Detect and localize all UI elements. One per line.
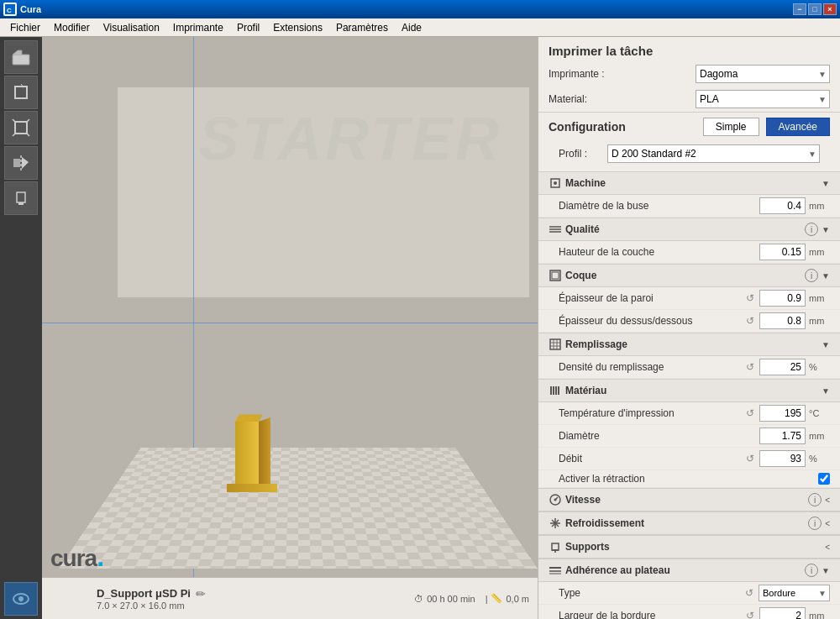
- svg-rect-15: [550, 339, 560, 349]
- open-file-btn[interactable]: [4, 40, 38, 74]
- scale-btn[interactable]: [4, 111, 38, 144]
- quality-section-header[interactable]: Qualité i ▼: [538, 218, 840, 241]
- floor-grid: [59, 448, 538, 569]
- material-select-wrapper: PLA ▼: [696, 90, 830, 108]
- supports-chevron: <: [825, 543, 830, 552]
- type-row: Type ↺ Bordure ▼: [538, 582, 840, 605]
- print-temp-unit: °C: [809, 408, 830, 418]
- quality-info-icon[interactable]: i: [805, 223, 818, 236]
- bordure-width-reset[interactable]: ↺: [744, 610, 756, 619]
- menu-parametres[interactable]: Paramètres: [329, 20, 395, 35]
- material-label: Material:: [549, 93, 689, 105]
- coque-info-icon[interactable]: i: [805, 269, 818, 282]
- diameter-input[interactable]: [759, 428, 806, 444]
- adherence-section-header[interactable]: Adhérence au plateau i ▼: [538, 559, 840, 582]
- coque-section-header[interactable]: Coque i ▼: [538, 264, 840, 287]
- config-section: Configuration Simple Avancée Profil : D …: [538, 112, 840, 171]
- adherence-info-icon[interactable]: i: [805, 564, 818, 577]
- printer-select[interactable]: Dagoma: [696, 65, 830, 83]
- nozzle-diameter-row: Diamètre de la buse mm: [538, 195, 840, 218]
- wall-thickness-input[interactable]: [759, 290, 806, 307]
- menu-aide[interactable]: Aide: [395, 20, 428, 35]
- print-temp-row: Température d'impression ↺ °C: [538, 402, 840, 425]
- menu-profil[interactable]: Profil: [230, 20, 266, 35]
- top-bottom-reset[interactable]: ↺: [744, 315, 756, 327]
- cura-logo: cura.: [50, 542, 103, 573]
- debit-unit: %: [809, 454, 830, 464]
- supports-icon: [549, 540, 562, 553]
- svg-point-9: [554, 181, 557, 185]
- close-btn[interactable]: ×: [823, 3, 837, 15]
- mirror-btn[interactable]: [4, 146, 38, 180]
- menu-imprimante[interactable]: Imprimante: [166, 20, 230, 35]
- machine-section-header[interactable]: Machine ▼: [538, 171, 840, 195]
- printer-select-wrapper: Dagoma ▼: [696, 65, 830, 83]
- diameter-label: Diamètre: [559, 430, 756, 442]
- main-layout: ▼ STARTER: [0, 37, 840, 619]
- vitesse-section-header[interactable]: Vitesse i <: [538, 488, 840, 511]
- supports-section-header[interactable]: Supports <: [538, 535, 840, 559]
- top-bottom-input[interactable]: [759, 312, 806, 329]
- print-temp-reset[interactable]: ↺: [744, 407, 756, 419]
- type-reset[interactable]: ↺: [743, 587, 755, 599]
- wall-thickness-reset[interactable]: ↺: [744, 292, 756, 304]
- length-icon: 📏: [491, 593, 502, 604]
- printer-field-row: Imprimante : Dagoma ▼: [538, 61, 840, 87]
- nozzle-diameter-input[interactable]: [759, 197, 806, 214]
- viewport[interactable]: STARTER cura.: [42, 37, 538, 619]
- fill-density-input[interactable]: [759, 359, 806, 375]
- rotate-btn[interactable]: [4, 76, 38, 109]
- bordure-width-input[interactable]: [759, 607, 806, 619]
- quality-label: Qualité: [565, 223, 801, 235]
- refroidissement-label: Refroidissement: [565, 517, 805, 529]
- material-field-row: Material: PLA ▼: [538, 87, 840, 112]
- selection-line-horizontal: [42, 323, 538, 323]
- quality-icon: [549, 223, 562, 236]
- materiau-icon: [549, 384, 562, 397]
- debit-reset[interactable]: ↺: [744, 453, 756, 464]
- type-select[interactable]: Bordure: [759, 585, 830, 601]
- debit-input[interactable]: [759, 450, 806, 467]
- svg-point-25: [554, 499, 557, 501]
- print-temp-input[interactable]: [759, 405, 806, 422]
- adherence-chevron: ▼: [822, 566, 830, 575]
- remplissage-label: Remplissage: [565, 338, 818, 350]
- materiau-section-header[interactable]: Matériau ▼: [538, 379, 840, 402]
- advanced-btn[interactable]: Avancée: [766, 118, 830, 136]
- starter-text: STARTER: [199, 104, 502, 173]
- simple-btn[interactable]: Simple: [703, 118, 759, 136]
- coque-label: Coque: [565, 270, 801, 281]
- fill-density-reset[interactable]: ↺: [744, 361, 756, 373]
- menu-visualisation[interactable]: Visualisation: [97, 20, 166, 35]
- type-label: Type: [559, 587, 740, 599]
- viewport-bottom-bar: D_Support μSD Pi ✏ 7.0 × 27.0 × 16.0 mm …: [42, 577, 538, 619]
- bordure-width-unit: mm: [809, 611, 830, 619]
- left-toolbar: ▼: [0, 37, 42, 619]
- profil-label: Profil :: [559, 148, 601, 160]
- refroidissement-info-icon[interactable]: i: [808, 517, 822, 530]
- minimize-btn[interactable]: −: [793, 3, 806, 15]
- menu-fichier[interactable]: Fichier: [3, 20, 47, 35]
- material-select[interactable]: PLA: [696, 90, 830, 108]
- svg-rect-2: [13, 55, 29, 65]
- edit-icon[interactable]: ✏: [196, 587, 206, 601]
- menu-modifier[interactable]: Modifier: [47, 20, 97, 35]
- remplissage-section-header[interactable]: Remplissage ▼: [538, 333, 840, 356]
- supports-label: Supports: [565, 541, 822, 553]
- length-sep: |: [486, 594, 488, 604]
- profil-select[interactable]: D 200 Standard #2: [607, 144, 820, 163]
- right-panel: Imprimer la tâche Imprimante : Dagoma ▼ …: [538, 37, 840, 619]
- layer-height-input[interactable]: [759, 244, 806, 260]
- wall-thickness-label: Épaisseur de la paroi: [559, 292, 741, 304]
- viewport-bg: STARTER cura.: [42, 37, 538, 619]
- vitesse-info-icon[interactable]: i: [808, 493, 822, 506]
- menu-extensions[interactable]: Extensions: [266, 20, 329, 35]
- layer-height-unit: mm: [809, 247, 830, 257]
- retraction-checkbox[interactable]: [818, 473, 830, 485]
- refroidissement-section-header[interactable]: Refroidissement i <: [538, 511, 840, 535]
- support-btn[interactable]: [4, 181, 38, 215]
- maximize-btn[interactable]: □: [808, 3, 822, 15]
- config-label: Configuration: [549, 120, 696, 134]
- window-controls[interactable]: − □ ×: [793, 3, 837, 15]
- view-btn[interactable]: ▼: [4, 582, 38, 616]
